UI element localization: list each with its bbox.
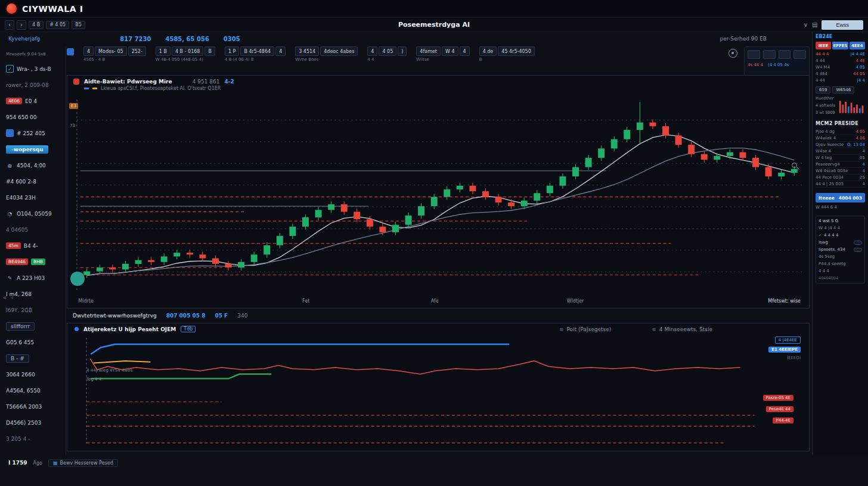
watchlist-item[interactable]: Mrwseefx 9:04 5x8 bbox=[0, 48, 66, 61]
panel-tab[interactable]: 659 bbox=[816, 86, 830, 94]
toolbar-button[interactable]: 4 bbox=[275, 46, 286, 56]
watchlist-item[interactable]: A 223 H03 bbox=[0, 270, 66, 286]
toolbar-button[interactable]: B bbox=[204, 46, 215, 56]
orderbook-price: 44 05 bbox=[853, 71, 865, 76]
order-field-row[interactable]: Pjse 4 dg 4 05 bbox=[816, 129, 865, 135]
settings-check-row[interactable]: ✓4 4 4 4 bbox=[819, 233, 862, 238]
toolbar-button[interactable]: 4 bbox=[367, 46, 377, 56]
indicator-side-chip-solid[interactable]: E1 4EEIEPE bbox=[768, 347, 801, 353]
back-button[interactable]: ‹ bbox=[5, 20, 14, 30]
watchlist-item[interactable]: A4564, 6550 bbox=[0, 382, 66, 398]
oscillator-chart[interactable] bbox=[70, 337, 807, 447]
status-chip[interactable]: Bewv Hesserew Pesed bbox=[48, 459, 118, 467]
toolbar-button[interactable]: Modes- 05 bbox=[95, 46, 127, 56]
chevron-down-icon[interactable] bbox=[804, 21, 808, 28]
watchlist-item[interactable]: 3064 2660 bbox=[0, 366, 66, 382]
settings-footer-1: 4s 5seg bbox=[819, 254, 862, 259]
watchlist-item[interactable]: B - # bbox=[0, 350, 66, 366]
preset-button[interactable] bbox=[793, 50, 806, 59]
watchlist-item[interactable]: D4566) 2503 bbox=[0, 415, 66, 431]
layout-grid-icon[interactable] bbox=[812, 21, 817, 28]
instrument-icon bbox=[6, 210, 14, 217]
toolbar-button[interactable]: 3 4514 bbox=[295, 46, 319, 56]
toolbar-button[interactable]: 4 de bbox=[479, 46, 497, 56]
preset-caption-blue: (4 4 05 4s bbox=[768, 63, 789, 67]
toggle-row[interactable]: Iipseets, 434 bbox=[819, 247, 862, 252]
zoom-icon[interactable] bbox=[792, 163, 797, 168]
indicator-side-chip-outline[interactable]: 4 |4E4EE bbox=[775, 337, 801, 344]
watchlist-item[interactable]: rower, 2 009-08 bbox=[0, 77, 66, 93]
watchlist-item[interactable]: slifforrr bbox=[0, 318, 66, 334]
watchlist-item[interactable]: 4E06 E0 4 bbox=[0, 93, 66, 109]
toolbar-button[interactable]: 252- bbox=[128, 46, 146, 56]
toolbar-button[interactable]: 45 4r5-4050 bbox=[498, 46, 534, 56]
order-field-row[interactable]: W4wiek 4 4 06 bbox=[816, 135, 865, 142]
menubar-chip[interactable]: 4 B bbox=[29, 21, 44, 29]
toolbar-button[interactable]: 4 B - 0168 bbox=[172, 46, 203, 56]
field-value: 4 bbox=[863, 149, 865, 154]
order-field-row[interactable]: W4se 4 4 bbox=[816, 148, 865, 155]
watchlist-item[interactable]: T5666A 2003 bbox=[0, 398, 66, 415]
panel-tabs: 659 W6546 bbox=[816, 86, 865, 94]
toolbar-button[interactable]: 4famet bbox=[416, 46, 441, 56]
menubar-chip[interactable]: B5 bbox=[72, 21, 85, 29]
preset-button[interactable] bbox=[779, 50, 791, 59]
toggle-switch[interactable] bbox=[854, 241, 862, 245]
watchlist-item[interactable]: BE4946 BHB bbox=[0, 254, 66, 270]
indicator-chip[interactable]: Tdb bbox=[181, 326, 196, 332]
toolbar-button[interactable]: W 4 bbox=[442, 46, 458, 56]
pin-icon[interactable] bbox=[67, 48, 74, 55]
watchlist-item[interactable]: E4034 23H bbox=[0, 189, 66, 205]
watchlist-item[interactable]: 3 205 4 - bbox=[0, 431, 66, 447]
chart-value: 4 951 861 bbox=[193, 79, 220, 85]
order-field-row[interactable]: W8 4sca6 003e 4 bbox=[816, 168, 865, 175]
watchlist-item[interactable]: #4 600 2-8 bbox=[0, 173, 66, 189]
watchlist-item[interactable]: Wra- , 3 ds-B bbox=[0, 61, 66, 77]
toolbar-button[interactable]: 1 B bbox=[156, 46, 170, 56]
toolbar-button[interactable]: 4 bbox=[83, 46, 94, 56]
toggle-switch[interactable] bbox=[854, 248, 862, 252]
field-value: 4 05 bbox=[855, 129, 865, 134]
instrument-label: O104, 05059 bbox=[17, 211, 52, 217]
forward-button[interactable]: › bbox=[17, 20, 26, 30]
order-field-row[interactable]: Ojsiv Sseecte Q, 13 04 bbox=[816, 142, 865, 148]
toolbar-button[interactable]: 4 05 bbox=[379, 46, 396, 56]
order-field-row[interactable]: 44 Psce 0034 25 bbox=[816, 175, 865, 181]
toggle-row[interactable]: Iswg bbox=[819, 240, 862, 245]
submit-order-button[interactable]: Iteeee 4004 003 bbox=[816, 193, 865, 202]
watchlist-item[interactable]: I69Y, 2GB bbox=[0, 302, 66, 318]
gear-icon[interactable] bbox=[728, 49, 737, 58]
session-info: per-Serhed 90 EB bbox=[720, 36, 767, 42]
share-button[interactable]: Ewss bbox=[822, 20, 863, 30]
watchlist-item[interactable]: 4 04605 bbox=[0, 222, 66, 238]
toolbar-button[interactable]: 1 P bbox=[225, 46, 239, 56]
summary-value-1: 807 005 05 8 bbox=[166, 313, 206, 319]
toolbar-button[interactable]: B 4r5-4864 bbox=[240, 46, 274, 56]
order-field-row[interactable]: Peseeervg4 4 bbox=[816, 161, 865, 168]
toolbar-button[interactable]: ) bbox=[398, 46, 407, 56]
panel-tab[interactable]: W6546 bbox=[832, 86, 854, 94]
watchlist-item[interactable]: 4504, 4:00 bbox=[0, 157, 66, 173]
trade-button[interactable]: EFFES bbox=[832, 42, 848, 49]
watchlist-item[interactable]: -wopersqu bbox=[0, 141, 66, 157]
order-field-row[interactable]: 44 4 | 25 003 4 bbox=[816, 181, 865, 188]
field-label: 44 4 | 25 003 bbox=[816, 182, 844, 186]
menubar-chip[interactable]: # 4 05 bbox=[46, 21, 69, 29]
collapse-sidebar-button[interactable]: « ‹ bbox=[3, 294, 14, 301]
watchlist-item[interactable]: G05 6 455 bbox=[0, 334, 66, 350]
toolbar-group-label: 4505 - 4 B bbox=[83, 57, 146, 62]
watchlist-item[interactable]: O104, 05059 bbox=[0, 205, 66, 222]
symbol-link[interactable]: Kyveherjafg bbox=[8, 36, 40, 42]
watchlist-item[interactable]: # 252 405 bbox=[0, 125, 66, 141]
watchlist-item[interactable]: 954 650 00 bbox=[0, 109, 66, 125]
preset-button[interactable] bbox=[763, 50, 776, 59]
trade-button[interactable]: 4EE4 bbox=[850, 42, 865, 49]
trade-button[interactable]: IEEE bbox=[816, 42, 831, 49]
level-badges: Pasre-05 4E Pese4E 44 P44-4E bbox=[763, 395, 793, 423]
order-field-row[interactable]: W 4 teg 05 bbox=[816, 155, 865, 161]
watchlist-item[interactable]: 45m B4 4- bbox=[0, 238, 66, 254]
candlestick-chart[interactable] bbox=[70, 98, 807, 294]
preset-button[interactable] bbox=[748, 50, 760, 59]
toolbar-button[interactable]: 4deoc 4abes bbox=[320, 46, 358, 56]
toolbar-button[interactable]: 4 bbox=[460, 46, 470, 56]
